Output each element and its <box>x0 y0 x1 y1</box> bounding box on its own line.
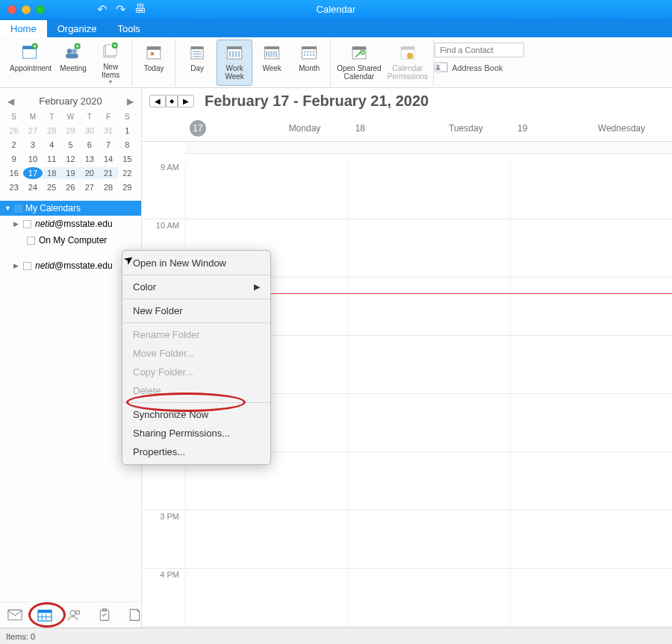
time-cell[interactable] <box>347 627 509 628</box>
appointment-button[interactable]: Appointment <box>7 40 54 86</box>
mini-day[interactable]: 27 <box>23 125 42 137</box>
tab-organize[interactable]: Organize <box>47 20 108 37</box>
time-cell[interactable] <box>510 161 672 219</box>
tab-tools[interactable]: Tools <box>107 20 150 37</box>
mini-day[interactable]: 26 <box>61 181 80 193</box>
my-calendars-header[interactable]: ▼ My Calendars <box>0 201 141 216</box>
next-period-button[interactable]: ▶ <box>178 95 194 107</box>
next-month-button[interactable]: ▶ <box>127 96 134 107</box>
calendar-on-my-computer[interactable]: On My Computer <box>0 232 141 248</box>
time-cell[interactable] <box>347 510 509 568</box>
mini-day[interactable]: 29 <box>118 181 137 193</box>
hour-row[interactable]: 4 PM <box>142 569 672 627</box>
notes-nav-icon[interactable] <box>127 608 142 622</box>
day-column-header[interactable]: 18Tuesday <box>347 117 509 141</box>
time-cell[interactable] <box>347 278 509 335</box>
mini-day[interactable]: 12 <box>61 153 80 165</box>
time-cell[interactable] <box>347 452 509 510</box>
meeting-button[interactable]: Meeting <box>55 40 91 86</box>
work-week-view-button[interactable]: Work Week <box>217 40 252 86</box>
time-cell[interactable] <box>185 627 347 628</box>
mini-day[interactable]: 3 <box>23 139 42 151</box>
ctx-color[interactable]: Color▶ <box>122 278 270 296</box>
calendar-checkbox[interactable] <box>27 237 35 245</box>
calendar-checkbox[interactable] <box>23 262 31 270</box>
mini-day[interactable]: 7 <box>99 139 117 151</box>
mini-day[interactable]: 29 <box>61 125 80 137</box>
time-cell[interactable] <box>185 510 347 568</box>
mini-day[interactable]: 22 <box>118 167 137 179</box>
find-contact-input[interactable] <box>435 43 524 57</box>
time-cell[interactable] <box>510 510 672 568</box>
hour-row[interactable]: 5 PM <box>142 627 672 628</box>
time-cell[interactable] <box>510 569 672 626</box>
mini-day[interactable]: 15 <box>118 153 137 165</box>
mini-day[interactable]: 23 <box>4 181 23 193</box>
time-cell[interactable] <box>347 569 509 626</box>
open-shared-calendar-button[interactable]: Open Shared Calendar <box>335 40 384 86</box>
mini-day[interactable]: 30 <box>80 125 99 137</box>
new-items-button[interactable]: New Items ▾ <box>93 40 128 86</box>
all-day-row[interactable] <box>185 142 672 154</box>
time-cell[interactable] <box>510 452 672 510</box>
time-cell[interactable] <box>185 569 347 626</box>
week-view-button[interactable]: Week <box>254 40 290 86</box>
mini-day[interactable]: 8 <box>118 139 137 151</box>
day-column-header[interactable]: 19Wednesday <box>510 117 672 141</box>
ctx-synchronize-now[interactable]: Synchronize Now <box>122 405 270 424</box>
mini-day[interactable]: 26 <box>4 125 23 137</box>
tab-home[interactable]: Home <box>0 20 47 37</box>
mini-day[interactable]: 9 <box>4 153 23 165</box>
people-nav-icon[interactable] <box>67 608 82 622</box>
ctx-open-new-window[interactable]: Open in New Window <box>122 254 270 272</box>
tasks-nav-icon[interactable] <box>97 608 112 622</box>
day-view-button[interactable]: Day <box>179 40 215 86</box>
mini-day[interactable]: 16 <box>4 167 23 179</box>
today-button[interactable]: Today <box>136 40 172 86</box>
mini-day[interactable]: 13 <box>80 153 99 165</box>
mini-day[interactable]: 6 <box>80 139 99 151</box>
day-column-header[interactable]: 17Monday <box>185 117 347 141</box>
mini-day[interactable]: 18 <box>43 167 61 179</box>
mini-day[interactable]: 14 <box>99 153 117 165</box>
mini-day[interactable]: 1 <box>118 125 137 137</box>
mini-day[interactable]: 17 <box>23 167 42 179</box>
mini-day[interactable]: 24 <box>23 181 42 193</box>
prev-month-button[interactable]: ◀ <box>7 96 14 107</box>
mini-day[interactable]: 28 <box>43 125 61 137</box>
mail-nav-icon[interactable] <box>7 608 22 622</box>
ctx-properties[interactable]: Properties... <box>122 443 270 461</box>
calendar-nav-icon[interactable] <box>37 608 52 622</box>
time-cell[interactable] <box>185 161 347 219</box>
time-cell[interactable] <box>347 161 509 219</box>
month-view-button[interactable]: Month <box>291 40 327 86</box>
hour-row[interactable]: 3 PM <box>142 510 672 569</box>
time-cell[interactable] <box>347 219 509 277</box>
hour-row[interactable]: 9 AM <box>142 161 672 219</box>
mini-day[interactable]: 2 <box>4 139 23 151</box>
prev-period-button[interactable]: ◀ <box>149 95 166 107</box>
mini-day[interactable]: 25 <box>43 181 61 193</box>
time-cell[interactable] <box>510 278 672 335</box>
mini-day[interactable]: 21 <box>99 167 117 179</box>
mini-day[interactable]: 5 <box>61 139 80 151</box>
time-cell[interactable] <box>347 394 509 451</box>
ctx-new-folder[interactable]: New Folder <box>122 301 270 320</box>
time-cell[interactable] <box>510 336 672 393</box>
calendar-account-2[interactable]: ▶ netid@msstate.edu <box>0 257 141 274</box>
mini-day[interactable]: 19 <box>61 167 80 179</box>
calendar-checkbox[interactable] <box>23 220 31 228</box>
mini-day[interactable]: 11 <box>43 153 61 165</box>
mini-day[interactable]: 28 <box>99 181 117 193</box>
time-cell[interactable] <box>510 394 672 451</box>
mini-day[interactable]: 20 <box>80 167 99 179</box>
address-book-button[interactable]: Address Book <box>435 62 524 74</box>
today-dot-button[interactable]: ◆ <box>166 95 178 107</box>
mini-day[interactable]: 31 <box>99 125 117 137</box>
time-cell[interactable] <box>510 219 672 277</box>
time-cell[interactable] <box>347 336 509 393</box>
mini-day[interactable]: 4 <box>43 139 61 151</box>
ctx-sharing-permissions[interactable]: Sharing Permissions... <box>122 424 270 443</box>
time-cell[interactable] <box>510 627 672 628</box>
mini-day[interactable]: 27 <box>80 181 99 193</box>
